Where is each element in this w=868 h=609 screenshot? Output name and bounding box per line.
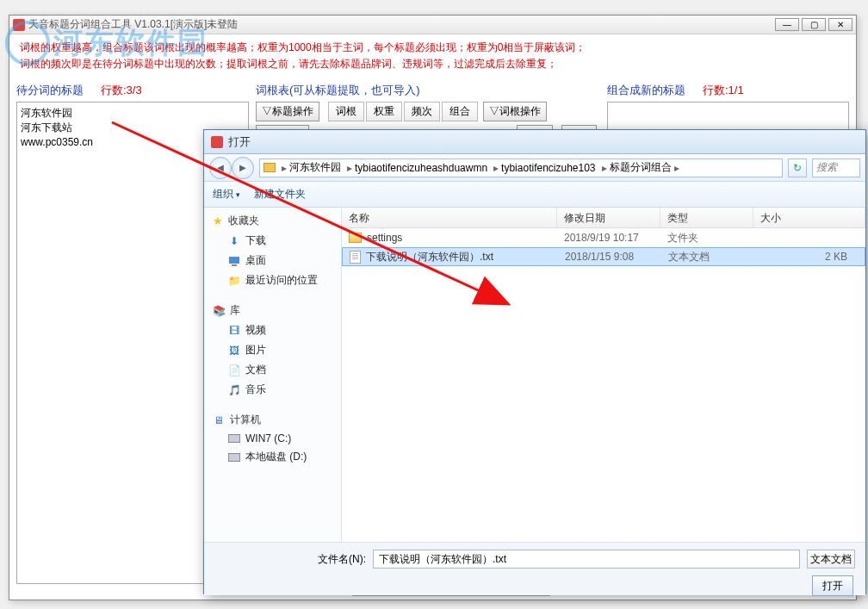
favorites-group[interactable]: ★收藏夹 [204,211,341,231]
file-type: 文本文档 [661,250,754,264]
refresh-button[interactable]: ↻ [788,158,807,177]
col-freq[interactable]: 频次 [404,102,440,121]
dialog-footer: 文件名(N): 文本文档 打开 [204,542,865,595]
window-controls: — ▢ ✕ [775,18,852,31]
panel3-count: 行数:1/1 [703,83,744,98]
search-input[interactable]: 搜索 [812,158,860,177]
nav-item-downloads[interactable]: ⬇下载 [204,231,341,251]
video-icon: 🎞 [228,325,240,337]
info-line-1: 词根的权重越高，组合标题该词根出现的概率越高；权重为1000相当于主词，每个标题… [20,40,846,56]
library-icon: 📚 [213,305,225,317]
root-table-header: 词根 权重 频次 组合 [328,102,478,121]
file-name: settings [367,232,402,244]
col-weight[interactable]: 权重 [366,102,402,121]
computer-icon: 🖥 [213,414,225,426]
nav-item-video[interactable]: 🎞视频 [204,320,341,340]
file-date: 2018/9/19 10:17 [557,232,660,244]
nav-item-desktop[interactable]: 桌面 [204,251,341,270]
nav-pane: ★收藏夹 ⬇下载 桌面 📁最近访问的位置 📚库 🎞视频 🖼图片 📄文档 🎵音乐 … [204,208,342,542]
nav-item-pictures[interactable]: 🖼图片 [204,340,341,360]
info-bar: 词根的权重越高，组合标题该词根出现的概率越高；权重为1000相当于主词，每个标题… [9,34,856,78]
col-type[interactable]: 类型 [660,208,753,227]
crumb[interactable]: 标题分词组合 [610,160,672,175]
col-combo[interactable]: 组合 [442,102,478,121]
file-row[interactable]: settings 2018/9/19 10:17 文件夹 [342,228,865,247]
titles-line: 河东软件园 [21,106,245,121]
file-name: 下载说明（河东软件园）.txt [366,250,493,264]
file-list: 名称 修改日期 类型 大小 settings 2018/9/19 10:17 文… [342,208,865,542]
recent-icon: 📁 [228,275,240,287]
col-root[interactable]: 词根 [328,102,364,121]
folder-icon [349,233,362,243]
panel3-label: 组合成新的标题 [607,83,685,98]
txt-icon [350,251,361,264]
main-titlebar[interactable]: 天音标题分词组合工具 V1.03.1[演示版]未登陆 — ▢ ✕ [9,16,856,34]
new-folder-button[interactable]: 新建文件夹 [254,187,306,202]
crumb[interactable]: 河东软件园 [289,160,341,175]
panel1-label: 待分词的标题 [16,83,84,98]
dialog-toolbar: 组织 新建文件夹 [204,182,865,208]
minimize-button[interactable]: — [775,18,799,31]
nav-item-drive-c[interactable]: WIN7 (C:) [204,430,341,447]
crumb[interactable]: tybiaotifencizuheashduawmn [355,162,487,174]
nav-forward-button[interactable]: ► [232,157,254,179]
dialog-titlebar[interactable]: 打开 [204,130,865,154]
drive-icon [228,453,240,462]
dialog-icon [211,136,223,148]
panel2-label: 词根表(可从标题提取，也可导入) [256,83,420,98]
nav-item-music[interactable]: 🎵音乐 [204,380,341,400]
maximize-button[interactable]: ▢ [802,18,826,31]
svg-rect-0 [229,257,239,264]
close-button[interactable]: ✕ [828,18,852,31]
folder-icon [264,163,276,172]
nav-item-recent[interactable]: 📁最近访问的位置 [204,270,341,290]
open-dialog: 打开 ◄ ► ▸河东软件园 ▸tybiaotifencizuheashduawm… [203,129,866,594]
app-icon [13,19,25,31]
svg-rect-1 [232,264,237,266]
title-op-dropdown[interactable]: ▽标题操作 [256,102,319,121]
dialog-title: 打开 [228,134,251,150]
file-date: 2018/1/15 9:08 [558,251,661,263]
music-icon: 🎵 [228,384,240,396]
libraries-group[interactable]: 📚库 [204,301,341,320]
star-icon: ★ [213,214,223,227]
file-size: 2 KB [754,251,865,263]
root-op-dropdown[interactable]: ▽词根操作 [483,102,547,121]
documents-icon: 📄 [228,364,240,376]
col-size[interactable]: 大小 [753,208,865,227]
computer-group[interactable]: 🖥计算机 [204,410,341,430]
file-row[interactable]: 下载说明（河东软件园）.txt 2018/1/15 9:08 文本文档 2 KB [342,247,865,266]
organize-button[interactable]: 组织 [213,187,240,202]
address-bar[interactable]: ▸河东软件园 ▸tybiaotifencizuheashduawmn ▸tybi… [259,158,783,177]
drive-icon [228,434,240,443]
pictures-icon: 🖼 [228,345,240,357]
file-list-header: 名称 修改日期 类型 大小 [342,208,865,228]
open-button[interactable]: 打开 [812,575,853,596]
desktop-icon [228,255,240,267]
nav-item-documents[interactable]: 📄文档 [204,360,341,380]
filename-input[interactable] [373,550,800,569]
col-date[interactable]: 修改日期 [557,208,660,227]
file-type: 文件夹 [660,231,753,245]
download-icon: ⬇ [228,235,240,247]
dialog-nav: ◄ ► ▸河东软件园 ▸tybiaotifencizuheashduawmn ▸… [204,154,865,182]
crumb[interactable]: tybiaotifencizuhe103 [501,162,595,174]
nav-back-button[interactable]: ◄ [209,157,232,179]
col-name[interactable]: 名称 [342,208,557,227]
panel1-count: 行数:3/3 [101,83,142,98]
filetype-select[interactable]: 文本文档 [807,550,855,569]
info-line-2: 词根的频次即是在待分词标题中出现的次数；提取词根之前，请先去除标题品牌词、违规词… [20,56,846,72]
nav-item-drive-d[interactable]: 本地磁盘 (D:) [204,447,341,467]
window-title: 天音标题分词组合工具 V1.03.1[演示版]未登陆 [28,17,775,32]
filename-label: 文件名(N): [318,552,366,567]
